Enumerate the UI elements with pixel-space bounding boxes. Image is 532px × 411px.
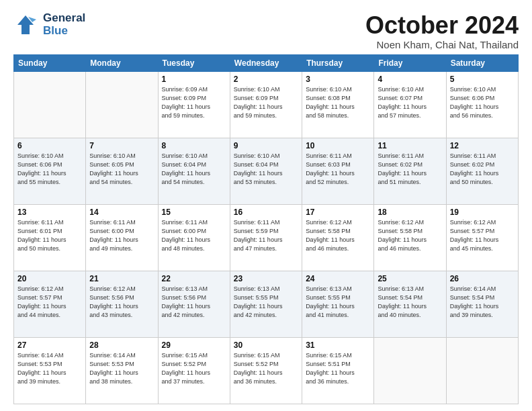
day-number: 18 (378, 208, 442, 217)
day-info: Sunrise: 6:14 AMSunset: 5:54 PMDaylight:… (450, 285, 515, 320)
table-row: 9Sunrise: 6:10 AMSunset: 6:04 PMDaylight… (230, 138, 302, 204)
day-info: Sunrise: 6:11 AMSunset: 6:00 PMDaylight:… (89, 218, 154, 253)
col-friday: Friday (374, 54, 446, 71)
day-number: 26 (450, 274, 515, 283)
table-row: 19Sunrise: 6:12 AMSunset: 5:57 PMDayligh… (446, 204, 518, 271)
day-number: 31 (306, 340, 370, 350)
logo-text-general: General (43, 12, 85, 25)
table-row: 28Sunrise: 6:14 AMSunset: 5:53 PMDayligh… (86, 337, 158, 404)
page: General Blue October 2024 Noen Kham, Cha… (0, 0, 532, 411)
day-number: 11 (378, 141, 442, 150)
day-info: Sunrise: 6:11 AMSunset: 6:00 PMDaylight:… (162, 218, 226, 253)
table-row (14, 71, 86, 138)
calendar-week-row: 13Sunrise: 6:11 AMSunset: 6:01 PMDayligh… (14, 204, 519, 271)
day-info: Sunrise: 6:12 AMSunset: 5:56 PMDaylight:… (89, 285, 154, 320)
day-info: Sunrise: 6:09 AMSunset: 6:09 PMDaylight:… (162, 85, 226, 120)
col-tuesday: Tuesday (158, 54, 230, 71)
day-number: 17 (306, 208, 370, 217)
day-info: Sunrise: 6:10 AMSunset: 6:08 PMDaylight:… (306, 85, 370, 120)
day-number: 24 (306, 274, 370, 283)
table-row: 26Sunrise: 6:14 AMSunset: 5:54 PMDayligh… (446, 271, 518, 337)
day-number: 3 (306, 75, 370, 84)
table-row: 3Sunrise: 6:10 AMSunset: 6:08 PMDaylight… (302, 71, 374, 138)
table-row (374, 337, 446, 404)
table-row: 15Sunrise: 6:11 AMSunset: 6:00 PMDayligh… (158, 204, 230, 271)
calendar-table: Sunday Monday Tuesday Wednesday Thursday… (13, 54, 519, 404)
day-number: 7 (89, 141, 154, 150)
header: General Blue October 2024 Noen Kham, Cha… (13, 12, 519, 50)
day-number: 19 (450, 208, 515, 217)
col-saturday: Saturday (446, 54, 518, 71)
day-info: Sunrise: 6:12 AMSunset: 5:58 PMDaylight:… (306, 218, 370, 253)
day-info: Sunrise: 6:13 AMSunset: 5:56 PMDaylight:… (162, 285, 226, 320)
col-monday: Monday (86, 54, 158, 71)
table-row: 20Sunrise: 6:12 AMSunset: 5:57 PMDayligh… (14, 271, 86, 337)
day-number: 5 (450, 75, 515, 84)
col-wednesday: Wednesday (230, 54, 302, 71)
day-info: Sunrise: 6:12 AMSunset: 5:57 PMDaylight:… (450, 218, 515, 253)
day-number: 1 (162, 75, 226, 84)
day-number: 30 (234, 340, 298, 350)
table-row: 29Sunrise: 6:15 AMSunset: 5:52 PMDayligh… (158, 337, 230, 404)
day-info: Sunrise: 6:13 AMSunset: 5:55 PMDaylight:… (234, 285, 298, 320)
location-title: Noen Kham, Chai Nat, Thailand (365, 39, 519, 50)
calendar-week-row: 20Sunrise: 6:12 AMSunset: 5:57 PMDayligh… (14, 271, 519, 337)
day-number: 25 (378, 274, 442, 283)
table-row: 6Sunrise: 6:10 AMSunset: 6:06 PMDaylight… (14, 138, 86, 204)
day-info: Sunrise: 6:15 AMSunset: 5:51 PMDaylight:… (306, 351, 370, 386)
day-info: Sunrise: 6:14 AMSunset: 5:53 PMDaylight:… (89, 351, 154, 386)
table-row: 13Sunrise: 6:11 AMSunset: 6:01 PMDayligh… (14, 204, 86, 271)
table-row: 23Sunrise: 6:13 AMSunset: 5:55 PMDayligh… (230, 271, 302, 337)
table-row: 11Sunrise: 6:11 AMSunset: 6:02 PMDayligh… (374, 138, 446, 204)
day-info: Sunrise: 6:10 AMSunset: 6:06 PMDaylight:… (17, 152, 82, 187)
day-number: 20 (17, 274, 82, 283)
day-info: Sunrise: 6:11 AMSunset: 6:02 PMDaylight:… (378, 152, 442, 187)
day-info: Sunrise: 6:10 AMSunset: 6:04 PMDaylight:… (162, 152, 226, 187)
table-row: 12Sunrise: 6:11 AMSunset: 6:02 PMDayligh… (446, 138, 518, 204)
day-info: Sunrise: 6:12 AMSunset: 5:57 PMDaylight:… (17, 285, 82, 320)
day-number: 9 (234, 141, 298, 150)
day-info: Sunrise: 6:12 AMSunset: 5:58 PMDaylight:… (378, 218, 442, 253)
day-number: 27 (17, 340, 82, 350)
day-number: 8 (162, 141, 226, 150)
day-number: 10 (306, 141, 370, 150)
day-info: Sunrise: 6:11 AMSunset: 6:02 PMDaylight:… (450, 152, 515, 187)
table-row: 27Sunrise: 6:14 AMSunset: 5:53 PMDayligh… (14, 337, 86, 404)
table-row: 1Sunrise: 6:09 AMSunset: 6:09 PMDaylight… (158, 71, 230, 138)
day-info: Sunrise: 6:15 AMSunset: 5:52 PMDaylight:… (162, 351, 226, 386)
day-number: 16 (234, 208, 298, 217)
table-row: 7Sunrise: 6:10 AMSunset: 6:05 PMDaylight… (86, 138, 158, 204)
calendar-week-row: 6Sunrise: 6:10 AMSunset: 6:06 PMDaylight… (14, 138, 519, 204)
day-number: 4 (378, 75, 442, 84)
day-number: 21 (89, 274, 154, 283)
table-row: 14Sunrise: 6:11 AMSunset: 6:00 PMDayligh… (86, 204, 158, 271)
table-row: 16Sunrise: 6:11 AMSunset: 5:59 PMDayligh… (230, 204, 302, 271)
day-info: Sunrise: 6:11 AMSunset: 5:59 PMDaylight:… (234, 218, 298, 253)
table-row: 25Sunrise: 6:13 AMSunset: 5:54 PMDayligh… (374, 271, 446, 337)
day-number: 14 (89, 208, 154, 217)
table-row: 2Sunrise: 6:10 AMSunset: 6:09 PMDaylight… (230, 71, 302, 138)
day-number: 15 (162, 208, 226, 217)
logo-icon (13, 13, 38, 37)
table-row: 24Sunrise: 6:13 AMSunset: 5:55 PMDayligh… (302, 271, 374, 337)
table-row: 5Sunrise: 6:10 AMSunset: 6:06 PMDaylight… (446, 71, 518, 138)
month-title: October 2024 (365, 12, 519, 39)
col-sunday: Sunday (14, 54, 86, 71)
day-info: Sunrise: 6:14 AMSunset: 5:53 PMDaylight:… (17, 351, 82, 386)
day-number: 23 (234, 274, 298, 283)
day-number: 6 (17, 141, 82, 150)
day-number: 22 (162, 274, 226, 283)
table-row: 30Sunrise: 6:15 AMSunset: 5:52 PMDayligh… (230, 337, 302, 404)
day-number: 13 (17, 208, 82, 217)
title-block: October 2024 Noen Kham, Chai Nat, Thaila… (365, 12, 519, 50)
table-row: 22Sunrise: 6:13 AMSunset: 5:56 PMDayligh… (158, 271, 230, 337)
logo: General Blue (13, 12, 85, 37)
day-info: Sunrise: 6:10 AMSunset: 6:09 PMDaylight:… (234, 85, 298, 120)
day-info: Sunrise: 6:11 AMSunset: 6:03 PMDaylight:… (306, 152, 370, 187)
col-thursday: Thursday (302, 54, 374, 71)
day-info: Sunrise: 6:10 AMSunset: 6:06 PMDaylight:… (450, 85, 515, 120)
table-row: 31Sunrise: 6:15 AMSunset: 5:51 PMDayligh… (302, 337, 374, 404)
day-number: 2 (234, 75, 298, 84)
day-info: Sunrise: 6:15 AMSunset: 5:52 PMDaylight:… (234, 351, 298, 386)
day-info: Sunrise: 6:10 AMSunset: 6:07 PMDaylight:… (378, 85, 442, 120)
